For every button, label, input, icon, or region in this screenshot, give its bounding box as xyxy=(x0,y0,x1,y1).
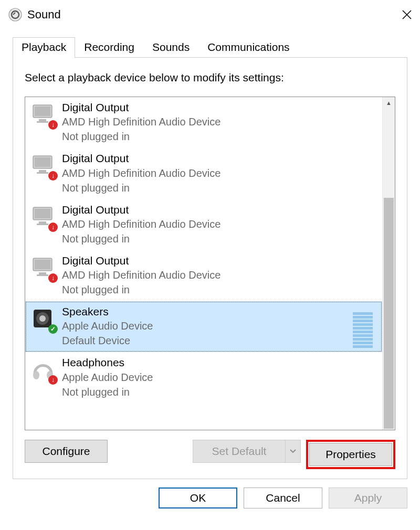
svg-rect-5 xyxy=(37,121,48,123)
svg-rect-15 xyxy=(35,260,50,269)
scrollbar[interactable]: ▲ ▼ xyxy=(382,97,395,430)
titlebar: Sound xyxy=(0,0,420,28)
close-button[interactable] xyxy=(399,7,415,23)
tab-playback[interactable]: Playback xyxy=(13,37,75,58)
device-status: Not plugged in xyxy=(62,282,220,297)
device-item[interactable]: ↓HeadphonesApple Audio DeviceNot plugged… xyxy=(25,352,382,403)
configure-button[interactable]: Configure xyxy=(25,440,108,463)
device-text: Digital OutputAMD High Definition Audio … xyxy=(62,203,220,246)
device-item[interactable]: ↓Digital OutputAMD High Definition Audio… xyxy=(25,97,382,148)
device-status: Default Device xyxy=(62,333,153,348)
unplugged-badge-icon: ↓ xyxy=(48,171,58,181)
device-item[interactable]: ↓Digital OutputAMD High Definition Audio… xyxy=(25,250,382,301)
monitor-icon: ↓ xyxy=(32,206,56,230)
scroll-track[interactable] xyxy=(383,109,395,418)
svg-rect-16 xyxy=(39,272,46,274)
device-item[interactable]: ↓Digital OutputAMD High Definition Audio… xyxy=(25,148,382,199)
svg-point-0 xyxy=(9,8,22,21)
device-name: Digital Output xyxy=(62,253,220,268)
tab-recording[interactable]: Recording xyxy=(75,37,143,58)
device-list: ↓Digital OutputAMD High Definition Audio… xyxy=(25,97,395,430)
device-desc: Apple Audio Device xyxy=(62,370,153,385)
device-status: Not plugged in xyxy=(62,231,220,246)
svg-rect-8 xyxy=(39,170,46,172)
monitor-icon: ↓ xyxy=(32,257,56,281)
set-default-label: Set Default xyxy=(212,445,267,458)
unplugged-badge-icon: ↓ xyxy=(48,120,58,130)
scroll-up-icon[interactable]: ▲ xyxy=(383,97,395,109)
dialog-button-row: OK Cancel Apply xyxy=(0,479,420,516)
default-badge-icon: ✓ xyxy=(48,324,58,334)
scroll-thumb[interactable] xyxy=(384,198,394,429)
svg-rect-7 xyxy=(35,157,50,167)
apply-button[interactable]: Apply xyxy=(329,487,407,508)
properties-highlight: Properties xyxy=(306,440,395,469)
device-desc: AMD High Definition Audio Device xyxy=(62,114,220,129)
device-text: SpeakersApple Audio DeviceDefault Device xyxy=(62,304,153,348)
unplugged-badge-icon: ↓ xyxy=(48,273,58,283)
ok-button[interactable]: OK xyxy=(159,487,237,508)
device-desc: AMD High Definition Audio Device xyxy=(62,217,220,231)
device-name: Headphones xyxy=(62,355,153,369)
action-row: Configure Set Default Properties xyxy=(25,440,395,469)
level-meter xyxy=(353,304,376,348)
properties-button[interactable]: Properties xyxy=(309,443,392,466)
device-text: Digital OutputAMD High Definition Audio … xyxy=(62,253,220,297)
cancel-button[interactable]: Cancel xyxy=(244,487,322,508)
device-name: Digital Output xyxy=(62,203,220,217)
device-item[interactable]: ✓SpeakersApple Audio DeviceDefault Devic… xyxy=(25,301,382,352)
device-status: Not plugged in xyxy=(62,181,220,195)
device-text: Digital OutputAMD High Definition Audio … xyxy=(62,151,220,195)
svg-rect-9 xyxy=(37,172,48,174)
device-name: Digital Output xyxy=(62,151,220,165)
svg-point-20 xyxy=(39,315,46,322)
svg-rect-12 xyxy=(39,221,46,224)
svg-rect-3 xyxy=(35,107,50,116)
device-text: HeadphonesApple Audio DeviceNot plugged … xyxy=(62,355,153,399)
svg-rect-4 xyxy=(39,119,46,121)
tab-bar: Playback Recording Sounds Communications xyxy=(0,28,420,58)
window-title: Sound xyxy=(27,8,399,22)
monitor-icon: ↓ xyxy=(32,103,56,128)
unplugged-badge-icon: ↓ xyxy=(48,375,58,385)
sound-icon xyxy=(7,7,23,23)
tab-communications[interactable]: Communications xyxy=(198,37,298,58)
device-name: Speakers xyxy=(62,304,153,319)
svg-rect-13 xyxy=(37,224,48,225)
device-desc: Apple Audio Device xyxy=(62,319,153,333)
tab-sounds[interactable]: Sounds xyxy=(143,37,198,58)
monitor-icon: ↓ xyxy=(32,154,56,178)
device-desc: AMD High Definition Audio Device xyxy=(62,166,220,181)
tab-content: Select a playback device below to modify… xyxy=(13,58,407,479)
instruction-text: Select a playback device below to modify… xyxy=(25,71,395,84)
svg-rect-17 xyxy=(37,274,48,276)
unplugged-badge-icon: ↓ xyxy=(48,222,58,232)
set-default-dropdown-icon[interactable] xyxy=(285,440,301,463)
headphones-icon: ↓ xyxy=(32,358,56,383)
svg-point-21 xyxy=(33,371,39,379)
device-name: Digital Output xyxy=(62,100,220,114)
device-status: Not plugged in xyxy=(62,385,153,399)
set-default-button[interactable]: Set Default xyxy=(193,440,285,463)
svg-rect-11 xyxy=(35,209,50,218)
device-item[interactable]: ↓Digital OutputAMD High Definition Audio… xyxy=(25,199,382,250)
speaker-icon: ✓ xyxy=(32,308,56,332)
device-status: Not plugged in xyxy=(62,129,220,144)
device-text: Digital OutputAMD High Definition Audio … xyxy=(62,100,220,144)
device-desc: AMD High Definition Audio Device xyxy=(62,268,220,282)
